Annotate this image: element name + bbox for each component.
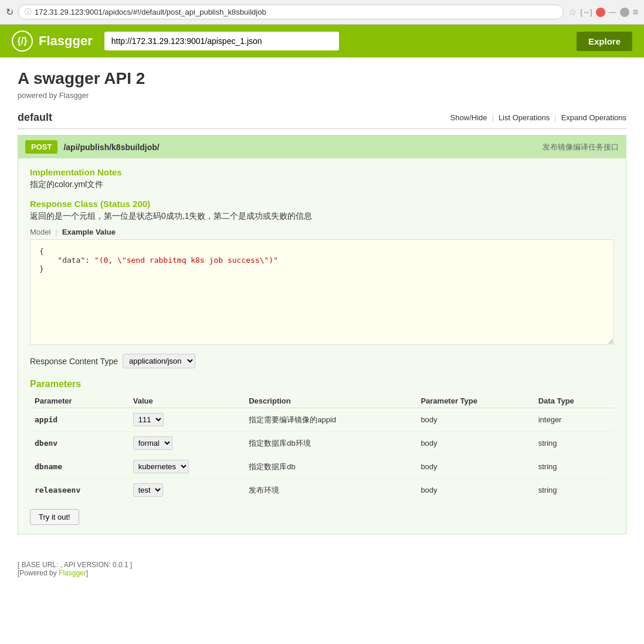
parameters-title: Parameters: [30, 379, 614, 389]
browser-icon-3: ≡: [633, 7, 638, 18]
model-sep: |: [55, 228, 57, 236]
param-desc-dbenv: 指定数据库db环境: [244, 432, 416, 455]
footer: [ BASE URL: , API VERSION: 0.0.1 ] [Powe…: [0, 552, 644, 586]
api-title: A swagger API 2: [18, 69, 626, 88]
json-data-value: "(0, \"send rabbitmq k8s job success\")": [94, 256, 278, 265]
dbname-select[interactable]: kubernetes: [133, 460, 189, 473]
response-content-type-label: Response Content Type: [30, 357, 118, 366]
main-content: A swagger API 2 powered by Flasgger defa…: [0, 57, 644, 552]
param-type-releaseenv: body: [416, 479, 533, 502]
param-type-appid: body: [416, 408, 533, 432]
params-table: Parameter Value Description Parameter Ty…: [30, 394, 614, 502]
table-row: appid 111 指定需要编译镜像的appid body integer: [30, 408, 614, 432]
param-value-dbenv[interactable]: formal: [128, 432, 244, 455]
response-content-type-select[interactable]: application/json: [123, 354, 195, 368]
model-tabs: Model | Example Value: [30, 228, 614, 236]
sep-1: |: [492, 113, 493, 122]
flasgger-link[interactable]: Flasgger: [59, 569, 86, 577]
example-value-box: { "data": "(0, \"send rabbitmq k8s job s…: [30, 239, 614, 345]
operation-path: /api/publish/k8sbuildjob/: [63, 143, 543, 152]
footer-powered-by: [Powered by Flasgger]: [18, 569, 626, 577]
api-url-input[interactable]: [104, 32, 339, 50]
param-type-dbenv: body: [416, 432, 533, 455]
browser-bar: ↻ ⓘ 172.31.29.123:9001/apidocs/#!/defaul…: [0, 0, 644, 25]
api-url-container: [104, 32, 565, 50]
flasgger-logo-icon: {/}: [12, 30, 33, 52]
releaseenv-select[interactable]: test: [133, 483, 163, 497]
col-parameter: Parameter: [30, 394, 128, 408]
col-description: Description: [244, 394, 416, 408]
param-desc-releaseenv: 发布环境: [244, 479, 416, 502]
powered-by: powered by Flasgger: [18, 91, 626, 100]
json-data-key: "data":: [39, 256, 90, 265]
flasgger-logo: {/} Flasgger: [12, 30, 93, 52]
param-value-dbname[interactable]: kubernetes: [128, 455, 244, 479]
footer-base-url-label: [ BASE URL: , API VERSION:: [18, 561, 113, 569]
response-class-desc: 返回的是一个元组，第一位是状态码0成功,1失败，第二个是成功或失败的信息: [30, 211, 614, 222]
dbenv-select[interactable]: formal: [133, 436, 172, 450]
param-name-releaseenv: releaseenv: [30, 479, 128, 502]
operation-body: Implementation Notes 指定的color.yml文件 Resp…: [18, 158, 626, 534]
browser-icon-1: [↔]: [580, 8, 592, 16]
browser-actions: ☆ [↔] — ≡: [568, 6, 638, 18]
method-badge: POST: [25, 140, 57, 154]
url-text: 172.31.29.123:9001/apidocs/#!/default/po…: [35, 8, 266, 16]
param-name-appid: appid: [30, 408, 128, 432]
table-row: releaseenv test 发布环境 body string: [30, 479, 614, 502]
star-icon[interactable]: ☆: [568, 6, 577, 18]
impl-notes-title: Implementation Notes: [30, 167, 614, 177]
flasgger-logo-text: Flasgger: [39, 33, 93, 49]
show-hide-link[interactable]: Show/Hide: [450, 113, 487, 122]
section-links: Show/Hide | List Operations | Expand Ope…: [450, 113, 626, 122]
appid-select[interactable]: 111: [133, 413, 164, 426]
response-class-title: Response Class (Status 200): [30, 199, 614, 209]
col-data-type: Data Type: [534, 394, 614, 408]
footer-base-url: [ BASE URL: , API VERSION: 0.0.1 ]: [18, 561, 626, 569]
explore-button[interactable]: Explore: [577, 32, 632, 51]
data-type-dbenv: string: [534, 432, 614, 455]
param-desc-dbname: 指定数据库db: [244, 455, 416, 479]
params-table-header-row: Parameter Value Description Parameter Ty…: [30, 394, 614, 408]
section-header: default Show/Hide | List Operations | Ex…: [18, 111, 626, 129]
param-name-dbenv: dbenv: [30, 432, 128, 455]
response-content-type: Response Content Type application/json: [30, 354, 614, 368]
footer-version: 0.0.1: [113, 561, 128, 569]
footer-powered-by-text: [Powered by: [18, 569, 59, 577]
reload-icon[interactable]: ↻: [6, 6, 13, 18]
data-type-releaseenv: string: [534, 479, 614, 502]
example-value-tab[interactable]: Example Value: [62, 228, 116, 236]
browser-icon-2: —: [609, 8, 616, 16]
table-row: dbname kubernetes 指定数据库db body string: [30, 455, 614, 479]
operation-summary: 发布镜像编译任务接口: [543, 142, 619, 152]
expand-btn[interactable]: [620, 8, 629, 17]
flasgger-header: {/} Flasgger Explore: [0, 25, 644, 57]
json-brace-close: }: [39, 265, 44, 273]
model-tab[interactable]: Model: [30, 228, 50, 236]
try-it-button[interactable]: Try it out!: [30, 509, 79, 525]
table-row: dbenv formal 指定数据库db环境 body string: [30, 432, 614, 455]
col-value: Value: [128, 394, 244, 408]
operation-block: POST /api/publish/k8sbuildjob/ 发布镜像编译任务接…: [18, 135, 626, 534]
section-title: default: [18, 111, 52, 124]
list-operations-link[interactable]: List Operations: [499, 113, 550, 122]
col-param-type: Parameter Type: [416, 394, 533, 408]
param-desc-appid: 指定需要编译镜像的appid: [244, 408, 416, 432]
param-type-dbname: body: [416, 455, 533, 479]
param-name-dbname: dbname: [30, 455, 128, 479]
close-btn[interactable]: [596, 8, 605, 17]
param-value-appid[interactable]: 111: [128, 408, 244, 432]
impl-notes-text: 指定的color.yml文件: [30, 179, 614, 190]
footer-suffix: ]: [128, 561, 133, 569]
expand-operations-link[interactable]: Expand Operations: [561, 113, 626, 122]
footer-powered-by-end: ]: [86, 569, 88, 577]
param-value-releaseenv[interactable]: test: [128, 479, 244, 502]
data-type-appid: integer: [534, 408, 614, 432]
url-bar[interactable]: ⓘ 172.31.29.123:9001/apidocs/#!/default/…: [18, 5, 564, 19]
operation-header[interactable]: POST /api/publish/k8sbuildjob/ 发布镜像编译任务接…: [18, 135, 626, 158]
lock-icon: ⓘ: [25, 7, 32, 17]
data-type-dbname: string: [534, 455, 614, 479]
json-brace-open: {: [39, 247, 44, 256]
sep-2: |: [554, 113, 556, 122]
